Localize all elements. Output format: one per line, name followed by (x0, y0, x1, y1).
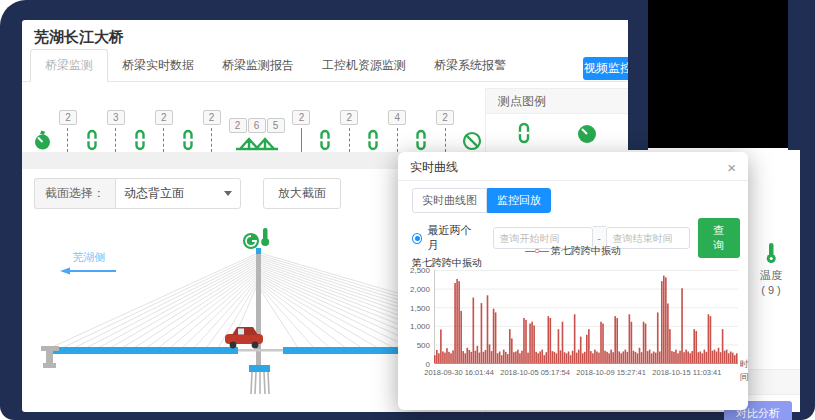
tab-4[interactable]: 工控机资源监测 (308, 50, 420, 81)
bridge-pier (251, 372, 269, 394)
realtime-curve-modal: 实时曲线 × 实时曲线图监控回放 最近两个月 - 查询 —○— 第七跨跨中振动 … (398, 152, 748, 410)
sensor-count-badge: 5 (267, 118, 285, 133)
sensor-count-badge: 3 (107, 110, 125, 125)
sensor-item-link[interactable] (366, 128, 380, 152)
sensor-tick (397, 128, 398, 152)
chart-plot (434, 270, 738, 364)
x-tick-label: 2018-10-05 05:17:54 (500, 368, 570, 377)
y-tick-label: 2,500 (410, 266, 430, 275)
sensor-item-link[interactable] (85, 128, 99, 152)
chart-x-axis-name: 时间 (740, 358, 749, 384)
modal-tab-2[interactable]: 监控回放 (487, 188, 551, 213)
sensor-count-badge: 2 (292, 110, 310, 125)
sensor-tick (301, 128, 302, 152)
link-icon (318, 128, 332, 152)
tab-3[interactable]: 桥梁监测报告 (208, 50, 308, 81)
sensor-item-badge[interactable]: 2 (292, 110, 310, 152)
x-tick-label: 2018-10-09 15:27:41 (576, 368, 646, 377)
bridge-side-label-text: 芜湖侧 (60, 250, 118, 265)
sensor-item-link[interactable] (181, 128, 195, 152)
sensor-strip: 23222652242 (34, 90, 482, 152)
sensor-count-badge: 4 (388, 110, 406, 125)
link-icon (181, 128, 195, 152)
sensor-tick (163, 128, 164, 152)
gauge-icon (34, 128, 51, 152)
left-arrow-icon (60, 267, 118, 275)
thermometer-icon (764, 242, 778, 264)
thermometer-icon (261, 228, 269, 246)
black-screen-region (648, 0, 788, 148)
sensor-item-badge[interactable]: 2 (340, 110, 358, 152)
sensor-item-badge[interactable]: 2 (203, 110, 221, 152)
navy-strip (628, 0, 648, 150)
sensor-tick (211, 128, 212, 152)
bridge-sensor-icon (235, 134, 279, 152)
legend-item-count: ( 9 ) (760, 283, 782, 298)
sensor-item-badge[interactable]: 2 (436, 110, 454, 152)
link-icon (516, 122, 532, 144)
section-dropdown-value: 动态背立面 (124, 185, 184, 202)
sensor-count-badge: 2 (436, 110, 454, 125)
legend-series-label: 第七跨跨中振动 (551, 245, 621, 256)
modal-tab-1[interactable]: 实时曲线图 (412, 188, 487, 213)
modal-header: 实时曲线 × (398, 152, 748, 181)
sensor-count-badge: 2 (59, 110, 77, 125)
legend-item-temperature[interactable]: 温度 ( 9 ) (760, 242, 782, 298)
y-tick-label: 1,000 (410, 322, 430, 331)
sensor-tick (115, 128, 116, 152)
sensor-tick (445, 128, 446, 152)
enlarge-section-button[interactable]: 放大截面 (263, 178, 341, 209)
screen: 芜湖长江大桥 桥梁监测桥梁实时数据桥梁监测报告工控机资源监测桥梁系统报警 视频监… (0, 0, 815, 420)
sensor-count-badge: 6 (248, 118, 266, 133)
sensor-item-badge[interactable]: 2 (155, 110, 173, 152)
link-icon (85, 128, 99, 152)
sensor-item-badge[interactable]: 4 (388, 110, 406, 152)
x-tick-label: 2018-09-30 16:01:44 (424, 368, 494, 377)
chart-bars (434, 270, 738, 364)
sensor-item-gauge[interactable] (34, 128, 51, 152)
sensor-item-link[interactable] (133, 128, 147, 152)
sensor-count-badge: 2 (340, 110, 358, 125)
chart-y-labels: 2,5002,0001,5001,0005000 (400, 270, 432, 364)
legend-item-label: 温度 (760, 268, 782, 283)
block-icon (462, 128, 482, 152)
bridge-side-label: 芜湖侧 (60, 250, 118, 277)
tab-5[interactable]: 桥梁系统报警 (420, 50, 520, 81)
sensor-tick (349, 128, 350, 152)
link-icon (133, 128, 147, 152)
sensor-count-badge: 2 (155, 110, 173, 125)
modal-tabs: 实时曲线图监控回放 (412, 188, 551, 213)
video-monitor-button[interactable]: 视频监控 (583, 57, 633, 80)
y-tick-label: 2,000 (410, 284, 430, 293)
sensor-count-badge: 2 (229, 118, 247, 133)
sensor-item-link[interactable] (318, 128, 332, 152)
close-icon[interactable]: × (727, 160, 736, 175)
sensor-item-block[interactable] (462, 128, 482, 152)
link-icon (366, 128, 380, 152)
section-select-bar: 截面选择： 动态背立面 放大截面 (34, 178, 341, 209)
gps-icon (243, 233, 259, 249)
section-select-label: 截面选择： (34, 178, 115, 209)
radio-selected-icon[interactable] (412, 233, 422, 244)
section-dropdown[interactable]: 动态背立面 (115, 178, 241, 209)
modal-title: 实时曲线 (410, 159, 458, 176)
bridge-abutment (41, 346, 59, 368)
x-tick-label: 2018-10-15 11:03:41 (652, 368, 721, 377)
sensor-item-badge[interactable]: 3 (107, 110, 125, 152)
chevron-down-icon (224, 191, 232, 196)
tab-1[interactable]: 桥梁监测 (30, 49, 108, 82)
chart-x-labels: 2018-09-30 16:01:442018-10-05 05:17:5420… (434, 368, 738, 380)
sensor-item-bridge[interactable]: 265 (229, 118, 285, 152)
sensor-item-badge[interactable]: 2 (59, 110, 77, 152)
sensor-count-badge: 2 (203, 110, 221, 125)
y-tick-label: 1,500 (410, 303, 430, 312)
link-icon (414, 128, 428, 152)
tab-2[interactable]: 桥梁实时数据 (108, 50, 208, 81)
gauge-icon (576, 122, 598, 144)
legend-marker-icon: —○— (525, 245, 548, 256)
sensor-item-link[interactable] (414, 128, 428, 152)
y-tick-label: 500 (417, 341, 430, 350)
page-title: 芜湖长江大桥 (34, 28, 124, 47)
bridge-deck-left (48, 347, 238, 354)
sensor-tick (67, 128, 68, 152)
